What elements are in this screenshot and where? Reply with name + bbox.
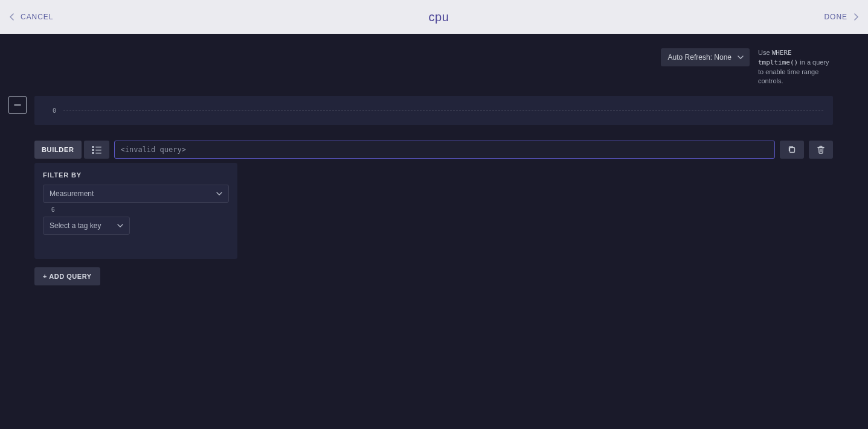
- cancel-label: CANCEL: [21, 13, 53, 21]
- chevron-down-icon: [216, 191, 222, 197]
- svg-rect-6: [95, 153, 101, 154]
- time-range-hint: Use WHERE tmpltime() in a query to enabl…: [758, 48, 833, 85]
- tag-key-select-label: Select a tag key: [50, 221, 101, 230]
- chevron-left-icon: [7, 12, 17, 22]
- done-label: DONE: [824, 13, 847, 21]
- minus-icon: [14, 101, 21, 109]
- chevron-right-icon: [851, 12, 861, 22]
- delete-query-button[interactable]: [809, 141, 833, 159]
- svg-rect-7: [790, 148, 795, 153]
- filter-card: FILTER BY Measurement 6 Select a tag key: [34, 163, 237, 259]
- copy-icon: [788, 145, 796, 154]
- query-header: BUILDER: [34, 141, 833, 159]
- measurement-select[interactable]: Measurement: [43, 185, 229, 203]
- chevron-down-icon: [738, 54, 744, 60]
- view-mode-group: BUILDER: [34, 141, 109, 159]
- svg-rect-5: [92, 152, 94, 154]
- list-icon: [92, 145, 101, 154]
- copy-query-button[interactable]: [780, 141, 804, 159]
- measurement-count: 6: [43, 203, 229, 217]
- page-title: cpu: [428, 10, 449, 24]
- svg-rect-2: [95, 147, 101, 148]
- hint-prefix: Use: [758, 49, 770, 56]
- chart-baseline: [63, 110, 823, 111]
- auto-refresh-label: Auto Refresh: None: [668, 53, 731, 62]
- svg-rect-1: [92, 146, 94, 148]
- builder-tab[interactable]: BUILDER: [34, 141, 82, 159]
- trash-icon: [817, 145, 825, 154]
- panel-collapse-button[interactable]: [8, 96, 27, 114]
- query-input-container[interactable]: [114, 141, 775, 159]
- svg-rect-3: [92, 149, 94, 151]
- filter-title: FILTER BY: [43, 171, 229, 179]
- chevron-down-icon: [117, 223, 123, 229]
- tag-key-select[interactable]: Select a tag key: [43, 217, 130, 235]
- chart-panel: 0: [34, 96, 833, 125]
- query-area: BUILDER: [0, 141, 868, 285]
- controls-row: Auto Refresh: None Use WHERE tmpltime() …: [0, 34, 868, 96]
- top-bar: CANCEL cpu DONE: [0, 0, 868, 34]
- query-input[interactable]: [121, 145, 768, 154]
- raw-view-tab[interactable]: [84, 141, 109, 159]
- add-query-label: + ADD QUERY: [43, 273, 92, 280]
- chart-y-tick: 0: [53, 107, 56, 114]
- builder-tab-label: BUILDER: [42, 146, 74, 153]
- cancel-button[interactable]: CANCEL: [7, 12, 53, 22]
- done-button[interactable]: DONE: [824, 12, 861, 22]
- add-query-button[interactable]: + ADD QUERY: [34, 267, 100, 285]
- auto-refresh-dropdown[interactable]: Auto Refresh: None: [661, 48, 750, 66]
- measurement-select-label: Measurement: [50, 189, 94, 198]
- panel-row: 0: [0, 96, 868, 125]
- svg-rect-4: [95, 150, 101, 151]
